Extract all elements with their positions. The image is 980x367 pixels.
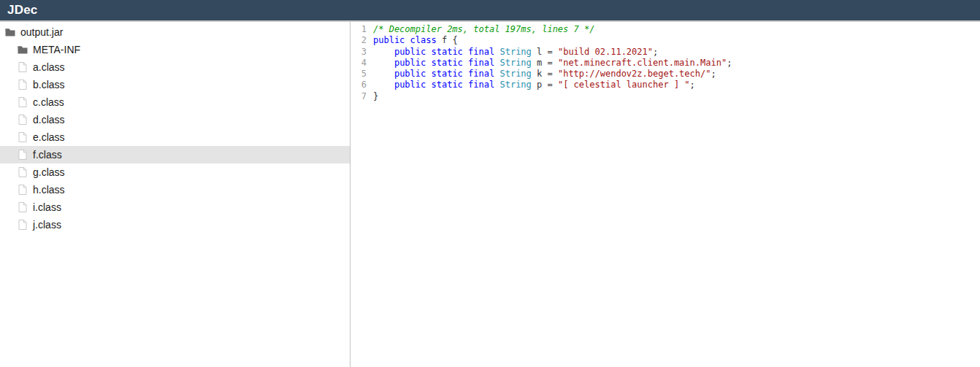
tree-item-label: META-INF — [33, 44, 80, 55]
code-token-pl — [463, 80, 468, 90]
file-icon — [17, 167, 28, 177]
line-number: 5 — [351, 69, 367, 80]
file-glyph — [18, 80, 27, 90]
file-glyph — [18, 62, 27, 72]
file-icon — [17, 150, 28, 160]
jdec-app: JDec output.jarMETA-INFa.classb.classc.c… — [0, 0, 980, 367]
code-token-ty: String — [499, 69, 531, 79]
code-token-kw: final — [468, 58, 494, 68]
code-token-pl — [373, 80, 394, 90]
file-icon — [17, 132, 28, 142]
tree-item-h-class[interactable]: h.class — [0, 181, 350, 198]
tree-item-label: g.class — [33, 166, 65, 178]
code-line-7: 7} — [351, 91, 980, 102]
tree-item-a-class[interactable]: a.class — [0, 58, 350, 76]
code-token-pl — [426, 80, 431, 90]
code-token-kw: public — [394, 47, 426, 57]
tree-item-label: b.class — [33, 79, 65, 90]
file-icon — [17, 97, 28, 107]
code-token-kw: static — [432, 47, 463, 57]
tree-item-meta-inf[interactable]: META-INF — [0, 41, 350, 58]
code-token-st: "build 02.11.2021" — [558, 47, 653, 57]
tree-item-d-class[interactable]: d.class — [0, 111, 350, 128]
code-token-st: "net.minecraft.client.main.Main" — [558, 58, 727, 68]
tree-item-label: j.class — [33, 219, 61, 231]
code-token-kw: final — [468, 69, 494, 79]
code-editor: 1/* Decompiler 2ms, total 197ms, lines 7… — [351, 22, 980, 367]
tree-item-label: i.class — [33, 201, 61, 213]
file-glyph — [18, 202, 27, 212]
file-glyph — [18, 185, 27, 195]
line-number: 1 — [351, 24, 367, 35]
code-token-kw: static — [432, 58, 463, 68]
tree-item-c-class[interactable]: c.class — [0, 93, 350, 111]
file-glyph — [18, 115, 27, 125]
code-token-pl: ; — [690, 80, 695, 90]
app-title: JDec — [7, 3, 37, 18]
tree-item-i-class[interactable]: i.class — [0, 198, 350, 216]
code-token-pl — [463, 69, 468, 79]
tree-item-output-jar[interactable]: output.jar — [0, 23, 350, 41]
file-icon — [17, 185, 28, 195]
code-token-pl: ; — [711, 69, 716, 79]
line-number: 2 — [351, 35, 367, 46]
code-token-kw: final — [468, 80, 494, 90]
tree-item-label: e.class — [33, 131, 65, 143]
folder-glyph — [18, 45, 28, 55]
code-token-kw: public — [394, 69, 426, 79]
code-token-cm: /* Decompiler 2ms, total 197ms, lines 7 … — [373, 24, 594, 34]
code-token-pl: m = — [532, 58, 558, 68]
line-number: 4 — [351, 58, 367, 69]
tree-item-g-class[interactable]: g.class — [0, 163, 350, 181]
tree-item-label: d.class — [33, 114, 65, 125]
code-token-pl — [405, 35, 410, 45]
tree-item-label: f.class — [33, 149, 62, 161]
code-token-ty: String — [499, 58, 531, 68]
code-token-pl — [463, 47, 468, 57]
code-token-pl: ; — [727, 58, 732, 68]
file-tree: output.jarMETA-INFa.classb.classc.classd… — [0, 22, 351, 367]
code-token-pl — [426, 47, 431, 57]
tree-item-label: c.class — [33, 96, 64, 108]
folder-icon — [4, 27, 15, 37]
tree-item-label: a.class — [33, 61, 65, 73]
line-number: 3 — [351, 47, 367, 58]
code-token-pl — [373, 58, 394, 68]
tree-item-b-class[interactable]: b.class — [0, 76, 350, 93]
line-number: 6 — [351, 80, 367, 90]
code-token-kw: public — [373, 35, 405, 45]
tree-item-e-class[interactable]: e.class — [0, 128, 350, 146]
file-icon — [17, 202, 28, 212]
file-icon — [17, 62, 28, 72]
file-glyph — [18, 150, 27, 160]
code-line-1: 1/* Decompiler 2ms, total 197ms, lines 7… — [351, 24, 980, 35]
code-token-kw: static — [432, 69, 463, 79]
file-icon — [17, 220, 28, 230]
code-token-pl: } — [373, 91, 378, 101]
code-token-pl: ; — [653, 47, 658, 57]
code-line-2: 2public class f { — [351, 35, 980, 46]
code-token-pl — [373, 47, 394, 57]
code-token-ty: String — [499, 47, 531, 57]
folder-icon — [17, 45, 28, 55]
code-line-3: 3 public static final String l = "build … — [351, 47, 980, 58]
tree-item-j-class[interactable]: j.class — [0, 216, 350, 233]
tree-item-f-class[interactable]: f.class — [0, 146, 350, 163]
main-area: output.jarMETA-INFa.classb.classc.classd… — [0, 22, 980, 367]
code-line-5: 5 public static final String k = "http:/… — [351, 69, 980, 80]
code-token-pl — [426, 58, 431, 68]
line-number: 7 — [351, 91, 367, 102]
code-token-pl: p = — [532, 80, 558, 90]
code-token-ty: String — [499, 80, 531, 90]
code-token-pl: f { — [437, 35, 458, 45]
folder-glyph — [5, 28, 15, 37]
code-token-st: "[ celestial launcher ] " — [558, 80, 690, 90]
code-token-kw: public — [394, 80, 426, 90]
code-token-kw: static — [432, 80, 463, 90]
code-token-kw: final — [468, 47, 494, 57]
file-icon — [17, 80, 28, 90]
code-token-pl — [463, 58, 468, 68]
code-token-pl — [373, 69, 394, 79]
code-line-6: 6 public static final String p = "[ cele… — [351, 80, 980, 90]
code-token-pl: k = — [532, 69, 558, 79]
